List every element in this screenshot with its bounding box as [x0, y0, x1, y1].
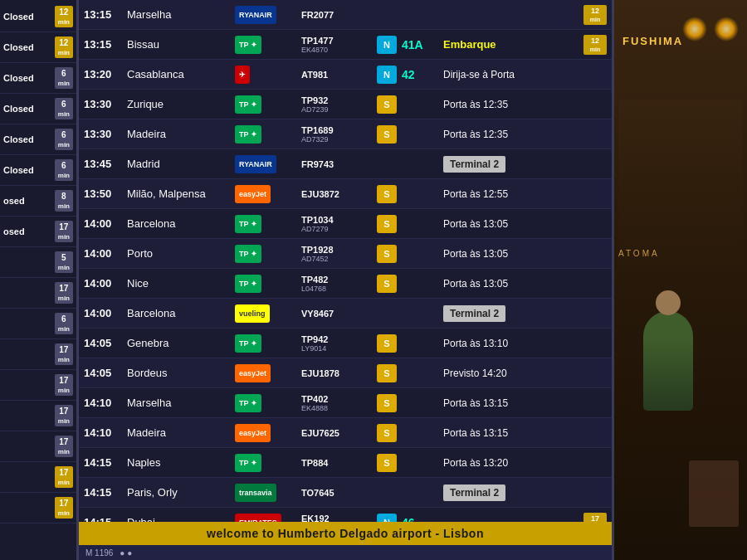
left-item-11: 17min: [0, 339, 76, 370]
col-time-14: 14:10: [84, 426, 127, 439]
col-flight-11: TP942 LY9014: [301, 334, 372, 353]
col-time-5: 13:45: [84, 158, 127, 170]
col-flight-14: EJU7625: [301, 428, 372, 438]
status-10: Terminal 2: [443, 305, 505, 322]
col-flight-15: TP884: [301, 458, 372, 468]
person-head: [656, 290, 681, 315]
left-item-14: 17min: [0, 431, 76, 462]
col-flight-0: FR2077: [301, 10, 372, 20]
left-item-9: 17min: [0, 278, 76, 309]
col-gate-badge-3: S: [372, 95, 402, 114]
left-status-6: osed: [3, 196, 25, 206]
left-item-4: Closed 6min: [0, 124, 76, 155]
col-gate-badge-17: N: [372, 514, 402, 523]
gate-num-2: 42: [402, 68, 415, 81]
col-airline-1: TP ✦: [235, 36, 301, 54]
col-flight-3: TP932 AD7239: [301, 95, 372, 114]
flight-row-11: 14:05 Genebra TP ✦ TP942 LY9014 S Porta …: [79, 329, 612, 358]
col-gate-badge-4: S: [372, 125, 402, 144]
flight-row-16: 14:15 Paris, Orly transavia TO7645 Termi…: [79, 478, 612, 508]
left-item-8: 5min: [0, 247, 76, 278]
col-gate-badge-1: N: [372, 36, 402, 54]
col-mins-1: 12min: [583, 35, 607, 55]
airline-badge-7: TP ✦: [235, 215, 261, 233]
airline-badge-14: easyJet: [235, 424, 271, 442]
left-status-2: Closed: [3, 73, 34, 83]
mins-17: 17min: [583, 513, 607, 523]
left-mins-6: 8min: [55, 190, 73, 212]
col-flight-7: TP1034 AD7279: [301, 215, 372, 233]
restaurant-name: FUSHIMA: [622, 35, 683, 47]
col-time-3: 13:30: [84, 98, 127, 110]
right-ambient-panel: FUSHIMA ATOMA: [614, 0, 747, 560]
left-status-7: osed: [3, 226, 25, 236]
col-gate-badge-14: S: [372, 424, 402, 442]
col-airline-4: TP ✦: [235, 125, 301, 144]
mins-0: 12min: [583, 5, 607, 25]
status-5: Terminal 2: [443, 156, 505, 173]
col-status-1: Embarque: [443, 38, 583, 51]
flight-sub-7: AD7279: [301, 225, 372, 233]
airline-badge-12: easyJet: [235, 364, 271, 382]
col-flight-2: AT981: [301, 70, 372, 80]
flight-num-12: EJU1878: [301, 368, 372, 378]
col-airline-7: TP ✦: [235, 215, 301, 233]
col-flight-12: EJU1878: [301, 368, 372, 378]
col-airline-10: vueling: [235, 304, 301, 323]
flight-sub-3: AD7239: [301, 105, 372, 114]
col-flight-9: TP482 L04768: [301, 275, 372, 293]
col-time-12: 14:05: [84, 367, 127, 379]
mins-badge-1: 12min: [583, 35, 607, 55]
airline-badge-4: TP ✦: [235, 125, 261, 144]
col-airline-3: TP ✦: [235, 95, 301, 114]
col-mins-0: 12min: [583, 5, 607, 25]
gate-letter-1: N: [377, 36, 397, 54]
flight-row-4: 13:30 Madeira TP ✦ TP1689 AD7329 S Porta…: [79, 119, 612, 149]
left-mins-12: 17min: [55, 374, 73, 396]
restaurant-sign-area: FUSHIMA: [622, 33, 683, 48]
col-airline-2: ✈: [235, 66, 301, 84]
col-gate-badge-2: N: [372, 66, 402, 84]
left-mins-15: 17min: [55, 466, 73, 488]
flight-row-10: 14:00 Barcelona vueling VY8467 Terminal …: [79, 299, 612, 329]
flight-num-4: TP1689: [301, 125, 372, 135]
status-15: Porta às 13:20: [443, 457, 508, 469]
left-mins-2: 6min: [55, 67, 73, 89]
col-status-15: Porta às 13:20: [443, 457, 583, 469]
gate-letter-7: S: [377, 215, 397, 233]
col-gate-num-2: 42: [402, 68, 443, 81]
left-status-4: Closed: [3, 134, 34, 144]
col-flight-5: FR9743: [301, 159, 372, 169]
flight-num-3: TP932: [301, 95, 372, 105]
col-status-5: Terminal 2: [443, 156, 583, 173]
col-status-7: Porta às 13:05: [443, 218, 583, 230]
col-status-11: Porta às 13:10: [443, 338, 583, 349]
gate-letter-3: S: [377, 95, 397, 114]
flight-row-5: 13:45 Madrid RYANAIR FR9743 Terminal 2: [79, 149, 612, 179]
col-time-1: 13:15: [84, 38, 127, 51]
board-footer: welcome to Humberto Delgado airport - Li…: [79, 522, 612, 545]
col-dest-6: Milão, Malpensa: [127, 187, 235, 200]
flight-num-0: FR2077: [301, 10, 372, 20]
left-mins-8: 5min: [55, 251, 73, 273]
airline-badge-15: TP ✦: [235, 454, 261, 472]
airline-badge-8: TP ✦: [235, 245, 261, 263]
col-gate-badge-9: S: [372, 275, 402, 293]
gate-letter-11: S: [377, 334, 397, 353]
col-status-2: Dirija-se à Porta: [443, 69, 583, 80]
mins-badge-0: 12min: [583, 5, 607, 25]
flight-num-7: TP1034: [301, 215, 372, 225]
col-dest-4: Madeira: [127, 128, 235, 140]
left-status-1: Closed: [3, 42, 34, 52]
welcome-text: welcome to Humberto Delgado airport - Li…: [207, 527, 484, 540]
col-dest-5: Madrid: [127, 158, 235, 170]
flight-num-13: TP402: [301, 394, 372, 404]
airline-badge-5: RYANAIR: [235, 155, 276, 173]
col-gate-badge-11: S: [372, 334, 402, 353]
col-dest-1: Bissau: [127, 38, 235, 51]
left-mins-11: 17min: [55, 343, 73, 365]
col-dest-11: Genebra: [127, 337, 235, 349]
left-mins-14: 17min: [55, 436, 73, 457]
flight-num-10: VY8467: [301, 309, 372, 319]
col-airline-11: TP ✦: [235, 334, 301, 353]
